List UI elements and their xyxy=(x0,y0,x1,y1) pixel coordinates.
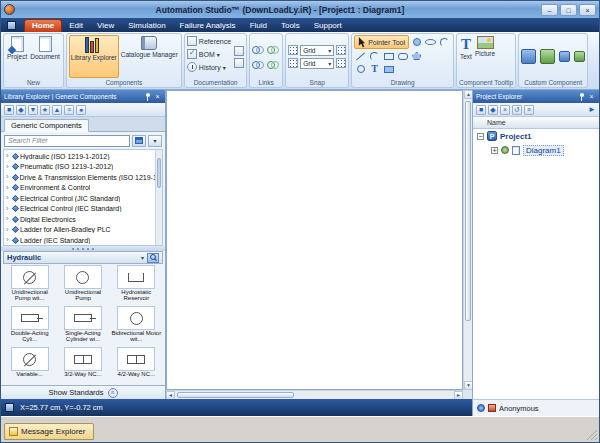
tab-simulation[interactable]: Simulation xyxy=(121,20,172,32)
pin-icon[interactable] xyxy=(143,92,152,101)
chevron-right-icon[interactable]: › xyxy=(6,163,11,171)
snap-points-icon[interactable] xyxy=(288,58,298,68)
sort-icon[interactable]: ≡ xyxy=(64,105,74,115)
new-project-button[interactable]: Project xyxy=(6,35,28,78)
library-tree-item-pneumatic[interactable]: › Pneumatic (ISO 1219-1-2012) xyxy=(4,162,162,173)
tab-fluid[interactable]: Fluid xyxy=(243,20,274,32)
resize-grip[interactable] xyxy=(587,430,597,440)
history-button[interactable]: History ▾ xyxy=(187,61,231,73)
component-item[interactable]: Bidirectional Motor wit... xyxy=(110,306,163,347)
tab-edit[interactable]: Edit xyxy=(62,20,90,32)
chevron-right-icon[interactable]: › xyxy=(6,215,11,223)
chevron-right-icon[interactable]: › xyxy=(6,152,11,160)
favorites-icon[interactable]: ★ xyxy=(40,105,50,115)
edit-custom-component-icon[interactable] xyxy=(540,49,555,64)
report-page-icon[interactable] xyxy=(234,46,244,56)
chevron-right-icon[interactable]: › xyxy=(6,194,11,202)
library-tree-item-digital-electronics[interactable]: › Digital Electronics xyxy=(4,214,162,225)
tab-home[interactable]: Home xyxy=(24,19,62,32)
minimize-button[interactable]: – xyxy=(541,4,558,16)
component-item[interactable]: 3/2-Way NC... xyxy=(56,347,109,385)
document-options-icon[interactable] xyxy=(234,58,244,68)
project-tree-item-project1[interactable]: − Project1 xyxy=(473,129,599,143)
app-menu-icon[interactable] xyxy=(7,21,16,30)
tab-generic-components[interactable]: Generic Components xyxy=(4,119,89,132)
circle-outline-tool-button[interactable] xyxy=(354,63,367,75)
canvas-horizontal-scrollbar[interactable]: ◄ ► xyxy=(166,390,463,399)
component-thumbnail[interactable] xyxy=(11,265,49,289)
delete-icon[interactable]: × xyxy=(500,105,510,115)
library-tree-scrollbar[interactable] xyxy=(155,150,162,245)
pointer-tool-button[interactable]: Pointer Tool xyxy=(354,35,409,49)
navigate-forward-icon[interactable]: ► xyxy=(588,106,596,114)
library-tree-item-drive-transmission[interactable]: › Drive & Transmission Elements (ISO 121… xyxy=(4,172,162,183)
refresh-icon[interactable]: ↺ xyxy=(512,105,522,115)
open-library-icon[interactable]: ◆ xyxy=(16,105,26,115)
chevron-right-icon[interactable]: › xyxy=(6,184,11,192)
reference-button[interactable]: Reference xyxy=(187,35,231,47)
collapse-up-icon[interactable]: « xyxy=(108,388,118,398)
canvas-vertical-scrollbar[interactable]: ▲ ▼ xyxy=(463,90,472,390)
tab-tools[interactable]: Tools xyxy=(274,20,307,32)
new-custom-component-icon[interactable] xyxy=(521,49,536,64)
project-tree-item-diagram1[interactable]: + Diagram1 xyxy=(473,143,599,157)
tab-view[interactable]: View xyxy=(90,20,121,32)
rectangle-tool-button[interactable] xyxy=(382,50,395,62)
vertical-scroll-thumb[interactable] xyxy=(465,101,471,321)
new-library-icon[interactable]: ■ xyxy=(4,105,14,115)
horizontal-scroll-track[interactable] xyxy=(175,391,454,399)
properties-icon[interactable]: ≡ xyxy=(524,105,534,115)
library-section-bar[interactable]: Hydraulic ▾ xyxy=(3,251,163,264)
component-item[interactable]: Single-Acting Cylinder wi... xyxy=(56,306,109,347)
diagram-canvas[interactable] xyxy=(166,90,463,390)
vertical-scroll-track[interactable] xyxy=(464,99,472,381)
component-link-icon[interactable] xyxy=(267,43,280,56)
message-explorer-tab[interactable]: Message Explorer xyxy=(4,423,94,440)
expand-icon[interactable]: + xyxy=(491,147,498,154)
library-tree-item-ladder-iec[interactable]: › Ladder (IEC Standard) xyxy=(4,235,162,246)
chevron-right-icon[interactable]: › xyxy=(6,173,11,181)
maximize-button[interactable]: □ xyxy=(560,4,577,16)
circle-tool-button[interactable] xyxy=(410,36,423,48)
catalogue-manager-button[interactable]: Catalogue Manager xyxy=(120,35,179,78)
chevron-right-icon[interactable]: › xyxy=(6,205,11,213)
tab-support[interactable]: Support xyxy=(307,20,349,32)
component-thumbnail[interactable] xyxy=(64,347,102,371)
component-item[interactable]: Variable... xyxy=(3,347,56,385)
component-item[interactable]: Hydrostatic Reservoir xyxy=(110,265,163,306)
grid-visibility-icon[interactable] xyxy=(336,45,346,55)
bom-button[interactable]: BOM ▾ xyxy=(187,48,231,60)
component-thumbnail[interactable] xyxy=(11,306,49,330)
grid-style-select[interactable]: Grid xyxy=(300,58,334,69)
filter-icon[interactable]: ▲ xyxy=(52,105,62,115)
close-button[interactable]: × xyxy=(579,4,596,16)
name-column-header[interactable]: Name xyxy=(473,117,599,129)
component-item[interactable]: Unidirectional Pump wit... xyxy=(3,265,56,306)
pin-icon[interactable] xyxy=(577,92,586,101)
search-input[interactable] xyxy=(4,135,130,147)
horizontal-scroll-thumb[interactable] xyxy=(177,392,294,398)
component-thumbnail[interactable] xyxy=(117,306,155,330)
close-icon[interactable]: × xyxy=(587,92,596,101)
library-tree-item-ladder-ab-plc[interactable]: › Ladder for Allen-Bradley PLC xyxy=(4,225,162,236)
library-tree-item-hydraulic[interactable]: › Hydraulic (ISO 1219-1-2012) xyxy=(4,151,162,162)
grid-size-select[interactable]: Grid xyxy=(300,45,334,56)
custom-component-link-icon[interactable] xyxy=(574,51,585,62)
component-thumbnail[interactable] xyxy=(64,306,102,330)
chevron-right-icon[interactable]: › xyxy=(6,236,11,244)
save-library-icon[interactable]: ▼ xyxy=(28,105,38,115)
component-item[interactable]: 4/2-Way NC... xyxy=(110,347,163,385)
collapse-icon[interactable]: − xyxy=(477,133,484,140)
rounded-rectangle-tool-button[interactable] xyxy=(396,50,409,62)
lock-icon[interactable]: ● xyxy=(76,105,86,115)
component-item[interactable]: Double-Acting Cyli... xyxy=(3,306,56,347)
chevron-right-icon[interactable]: › xyxy=(6,226,11,234)
snap-grid-icon[interactable] xyxy=(288,45,298,55)
component-item[interactable]: Unidirectional Pump xyxy=(56,265,109,306)
view-options-button[interactable]: ▾ xyxy=(148,135,162,147)
title-bar[interactable]: Automation Studio™ (DownLoadLy.iR) - [Pr… xyxy=(1,1,599,18)
hyperlink-icon[interactable] xyxy=(252,43,265,56)
external-link-icon[interactable] xyxy=(267,58,280,71)
ellipse-tool-button[interactable] xyxy=(424,36,437,48)
custom-component-properties-icon[interactable] xyxy=(559,51,570,62)
